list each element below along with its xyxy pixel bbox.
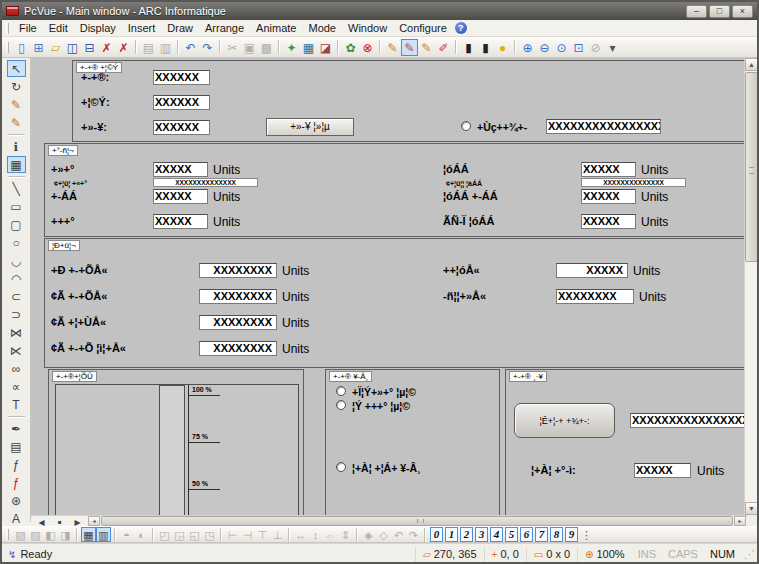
tips-button[interactable]: ● xyxy=(494,39,511,56)
limits-right-row2-field[interactable]: XXXXX xyxy=(581,189,636,204)
menu-display[interactable]: Display xyxy=(74,21,122,35)
limits-right-row1-field[interactable]: XXXXX xyxy=(581,162,636,177)
rotate-tool[interactable]: ↻ xyxy=(7,78,26,95)
menu-arrange[interactable]: Arrange xyxy=(199,21,250,35)
rectangle-tool[interactable]: ▭ xyxy=(7,198,26,215)
edit-select-button[interactable]: ✐ xyxy=(435,39,452,56)
layer-7-button[interactable]: 7 xyxy=(535,527,548,542)
layer-2-button[interactable]: 2 xyxy=(460,527,473,542)
grid-tool[interactable]: ▦ xyxy=(7,156,26,173)
menu-file[interactable]: File xyxy=(13,21,43,35)
expression-error-tool[interactable]: ƒ xyxy=(7,474,26,491)
brush-tool[interactable]: ✎ xyxy=(7,96,26,113)
draw-pencil-button[interactable]: ✎ xyxy=(384,39,401,56)
option-radio-3[interactable] xyxy=(336,462,346,472)
workspace-button[interactable]: ✿ xyxy=(342,39,359,56)
delete-button[interactable]: ✗ xyxy=(98,39,115,56)
curve-tool[interactable]: ⊂ xyxy=(7,288,26,305)
layers-overflow-button[interactable]: ⋮ xyxy=(579,527,594,542)
polygon-tool[interactable]: ⋈ xyxy=(7,324,26,341)
layer-6-button[interactable]: 6 xyxy=(520,527,533,542)
thresholds-row3-field[interactable]: XXXXXXXX xyxy=(199,315,277,330)
new-mimic-button[interactable]: ▯ xyxy=(13,39,30,56)
resize-grip[interactable]: ⋰ xyxy=(741,548,755,561)
maximize-button[interactable]: □ xyxy=(709,5,730,18)
info-tool[interactable]: ℹ xyxy=(7,138,26,155)
vertical-scroll-thumb[interactable] xyxy=(745,72,758,262)
limits-right-row3-field[interactable]: XXXXX xyxy=(581,214,636,229)
closed-polyline-tool[interactable]: ∝ xyxy=(7,378,26,395)
horizontal-scrollbar[interactable]: ◂▪▸ ◂ ▸ xyxy=(31,515,748,526)
arc-tool[interactable]: ◡ xyxy=(7,252,26,269)
delete-all-button[interactable]: ✗ xyxy=(115,39,132,56)
show-grid-button[interactable]: ▦ xyxy=(81,527,96,542)
horizontal-scroll-thumb[interactable] xyxy=(101,516,733,526)
layer-3-button[interactable]: 3 xyxy=(475,527,488,542)
templates-button[interactable]: ▮ xyxy=(477,39,494,56)
zoom-window-button[interactable]: ⊡ xyxy=(570,39,587,56)
thresholds-row1-field[interactable]: XXXXXXXX xyxy=(199,263,277,278)
zoom-out-button[interactable]: ⊖ xyxy=(536,39,553,56)
limits-right-sub-field[interactable]: XXXXXXXXXXXXXX xyxy=(581,178,686,187)
layer-1-button[interactable]: 1 xyxy=(445,527,458,542)
autotext-tool[interactable]: A xyxy=(7,510,26,527)
thresholds-right-row1-field[interactable]: XXXXX xyxy=(556,263,628,278)
stop-button[interactable]: ⊗ xyxy=(359,39,376,56)
limits-left-row3-field[interactable]: XXXXX xyxy=(153,214,208,229)
identity-row3-field[interactable]: XXXXXX xyxy=(153,120,210,135)
chord-tool[interactable]: ◠ xyxy=(7,270,26,287)
menu-mode[interactable]: Mode xyxy=(302,21,342,35)
undo-button[interactable]: ↶ xyxy=(182,39,199,56)
polyline-tool[interactable]: ∞ xyxy=(7,360,26,377)
toolbar-grip[interactable] xyxy=(6,42,9,53)
option-radio-1[interactable] xyxy=(336,386,346,396)
symbol-tool[interactable]: ✒ xyxy=(7,420,26,437)
save-button[interactable]: ◫ xyxy=(64,39,81,56)
scroll-down-icon[interactable]: ▼ xyxy=(745,502,758,515)
limits-left-row1-field[interactable]: XXXXX xyxy=(153,162,208,177)
layer-5-button[interactable]: 5 xyxy=(505,527,518,542)
command-field[interactable]: XXXXXXXXXXXXXXXX xyxy=(630,413,746,428)
menu-animate[interactable]: Animate xyxy=(250,21,302,35)
thresholds-right-row2-field[interactable]: XXXXXXXX xyxy=(556,289,634,304)
snap-grid-button[interactable]: ▥ xyxy=(96,527,111,542)
identity-row1-field[interactable]: XXXXXX xyxy=(153,70,210,85)
menu-window[interactable]: Window xyxy=(342,21,393,35)
ellipse-tool[interactable]: ○ xyxy=(7,234,26,251)
title-bar[interactable]: PcVue - Main window - ARC Informatique –… xyxy=(2,2,757,20)
closed-curve-tool[interactable]: ⊃ xyxy=(7,306,26,323)
library-button[interactable]: ▮ xyxy=(460,39,477,56)
save-all-button[interactable]: ⊟ xyxy=(81,39,98,56)
palette-button[interactable]: ✦ xyxy=(283,39,300,56)
edit-pencil-button[interactable]: ✎ xyxy=(418,39,435,56)
menu-configure[interactable]: Configure xyxy=(393,21,453,35)
menu-edit[interactable]: Edit xyxy=(43,21,74,35)
menu-insert[interactable]: Insert xyxy=(122,21,162,35)
closed-polygon-tool[interactable]: ⋉ xyxy=(7,342,26,359)
layer-8-button[interactable]: 8 xyxy=(550,527,563,542)
select-tool[interactable]: ↖ xyxy=(7,60,26,77)
layer-4-button[interactable]: 4 xyxy=(490,527,503,542)
minimize-button[interactable]: – xyxy=(686,5,707,18)
vertical-scrollbar[interactable]: ▲ ▼ xyxy=(744,58,757,515)
option-radio-2[interactable] xyxy=(336,400,346,410)
link-tool[interactable]: ⊛ xyxy=(7,492,26,509)
layer-0-button[interactable]: 0 xyxy=(430,527,443,542)
command-button[interactable]: ¦Ê+¦-+ +¾+-: xyxy=(514,403,615,438)
thresholds-row2-field[interactable]: XXXXXXXX xyxy=(199,289,277,304)
open-window-button[interactable]: ⊞ xyxy=(30,39,47,56)
arrange-toolbar-grip[interactable] xyxy=(6,529,9,540)
limits-left-sub-field[interactable]: XXXXXXXXXXXXXX xyxy=(153,178,258,187)
layer-9-button[interactable]: 9 xyxy=(565,527,578,542)
zoom-100-button[interactable]: ⊙ xyxy=(553,39,570,56)
menu-draw[interactable]: Draw xyxy=(161,21,199,35)
toolbar-overflow-button[interactable]: ▾ xyxy=(604,39,621,56)
thresholds-row4-field[interactable]: XXXXXXXX xyxy=(199,341,277,356)
identity-radio-field[interactable]: XXXXXXXXXXXXXXXX xyxy=(546,119,661,134)
rounded-rectangle-tool[interactable]: ▢ xyxy=(7,216,26,233)
scroll-right-icon[interactable]: ▸ xyxy=(734,516,746,526)
zoom-in-button[interactable]: ⊕ xyxy=(519,39,536,56)
trend-viewer-button[interactable]: ◪ xyxy=(317,39,334,56)
bitmap-manager-button[interactable]: ▦ xyxy=(300,39,317,56)
change-button[interactable]: +»-¥ ¦»¦µ xyxy=(266,118,354,136)
